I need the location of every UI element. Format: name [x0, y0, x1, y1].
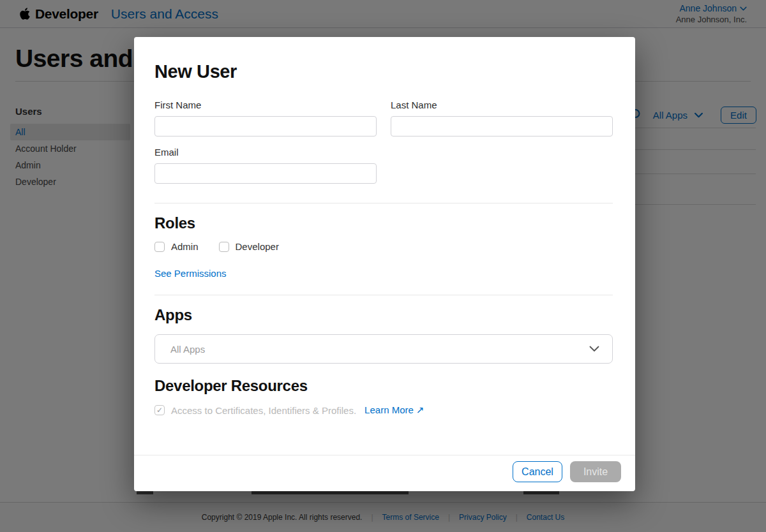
apps-selected-value: All Apps [170, 344, 205, 355]
new-user-modal: New User First Name Last Name Email Role… [134, 37, 635, 491]
roles-options: Admin Developer [154, 241, 613, 252]
last-name-input[interactable] [391, 116, 613, 137]
apps-heading: Apps [154, 306, 613, 324]
section-divider [154, 295, 613, 295]
admin-checkbox-label: Admin [171, 241, 199, 252]
developer-resources-option: ✓ Access to Certificates, Identifiers & … [154, 404, 613, 416]
first-name-group: First Name [154, 100, 377, 137]
first-name-label: First Name [154, 100, 377, 110]
admin-checkbox[interactable] [154, 242, 165, 252]
learn-more-link[interactable]: Learn More ↗ [364, 404, 424, 416]
developer-checkbox-label: Developer [236, 241, 279, 252]
roles-heading: Roles [154, 214, 613, 232]
section-divider [154, 203, 613, 203]
screen: Developer Users and Access Anne Johnson … [0, 0, 766, 532]
chevron-down-icon [589, 346, 599, 352]
cancel-button[interactable]: Cancel [513, 461, 562, 482]
role-admin-option[interactable]: Admin [154, 241, 199, 252]
email-label: Email [154, 147, 377, 158]
last-name-label: Last Name [391, 100, 613, 110]
name-fields-row: First Name Last Name [154, 100, 613, 137]
apps-select-dropdown[interactable]: All Apps [154, 334, 613, 364]
modal-action-bar: Cancel Invite [134, 455, 635, 491]
certificates-access-label: Access to Certificates, Identifiers & Pr… [171, 405, 356, 416]
modal-title: New User [154, 61, 613, 82]
invite-button[interactable]: Invite [570, 461, 621, 482]
developer-checkbox[interactable] [219, 242, 229, 252]
last-name-group: Last Name [391, 100, 613, 137]
first-name-input[interactable] [154, 116, 377, 137]
see-permissions-link[interactable]: See Permissions [154, 268, 227, 279]
role-developer-option[interactable]: Developer [219, 241, 279, 252]
external-link-arrow-icon: ↗ [416, 404, 424, 416]
email-group: Email [154, 147, 377, 184]
certificates-access-checkbox: ✓ [154, 405, 165, 415]
developer-resources-heading: Developer Resources [154, 377, 613, 395]
email-input[interactable] [154, 163, 377, 184]
